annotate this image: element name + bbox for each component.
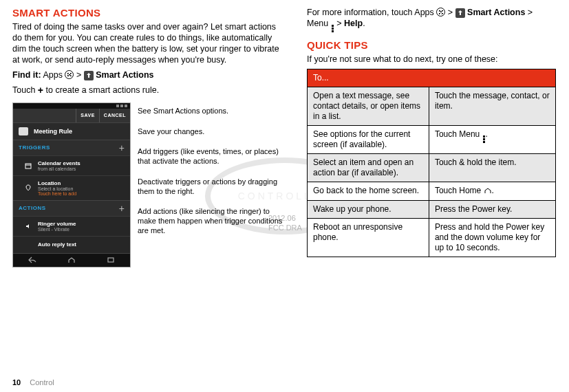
tips-table: To... Open a text message, see contact d… — [307, 69, 556, 257]
touch-suffix: to create a smart actions rule. — [46, 85, 160, 95]
rule-icon — [19, 127, 28, 135]
find-it-apps-text: Apps — [43, 70, 63, 80]
tip-action: Select an item and open an action bar (i… — [308, 154, 429, 182]
gt-1: > — [76, 70, 81, 80]
svg-rect-0 — [25, 164, 31, 168]
tip-action: Go back to the home screen. — [308, 182, 429, 201]
location-icon — [24, 184, 32, 192]
trigger-row[interactable]: Location Select a location Touch here to… — [13, 175, 130, 200]
tip-how: Touch Menu . — [429, 126, 555, 154]
actions-header: ACTIONS + — [13, 200, 130, 216]
table-row: Select an item and open an action bar (i… — [308, 154, 556, 182]
table-row: Go back to the home screen. Touch Home . — [308, 182, 556, 201]
svg-rect-2 — [108, 258, 114, 262]
action-main: Ringer volume — [38, 221, 76, 227]
action-row[interactable]: Ringer volume Silent - Vibrate — [13, 216, 130, 236]
title-bar: SAVE CANCEL — [13, 109, 130, 122]
tip-how: Press and hold the Power key and the dow… — [429, 219, 555, 257]
cancel-button[interactable]: CANCEL — [99, 109, 130, 122]
quick-tips-heading: Quick tips — [307, 39, 556, 51]
action-sub: Silent - Vibrate — [38, 227, 76, 232]
add-trigger-button[interactable]: + — [119, 143, 125, 153]
page-number: 10 — [12, 378, 21, 386]
smart-actions-heading: Smart actions — [12, 7, 288, 19]
period: . — [363, 19, 365, 28]
callout-deactivate: Deactivate triggers or actions by draggi… — [138, 177, 288, 197]
trigger-sub: Select a location — [38, 186, 76, 191]
table-row: Open a text message, see contact details… — [308, 87, 556, 126]
more-info-help: Help — [344, 19, 363, 28]
tip-action: See options for the current screen (if a… — [308, 126, 429, 154]
smart-actions-intro: Tired of doing the same tasks over and o… — [12, 21, 288, 65]
tip-action: Open a text message, see contact details… — [308, 87, 429, 126]
home-nav-icon[interactable] — [66, 256, 77, 264]
recent-nav-icon[interactable] — [105, 256, 116, 264]
quick-tips-intro: If you're not sure what to do next, try … — [307, 54, 556, 65]
tip-how: Touch Home . — [429, 182, 555, 201]
trigger-main: Location — [38, 180, 76, 186]
tip-how: Press the Power key. — [429, 201, 555, 219]
touch-plus-line: Touch + to create a smart actions rule. — [12, 85, 288, 97]
rule-name: Meeting Rule — [34, 128, 72, 135]
smart-actions-app-label: Smart Actions — [96, 70, 153, 80]
callout-options: See Smart Actions options. — [138, 107, 288, 116]
back-nav-icon[interactable] — [27, 256, 38, 264]
trigger-sub: from all calendars — [38, 166, 80, 171]
page-footer: 10 Control — [12, 378, 54, 386]
plus-icon: + — [38, 85, 43, 96]
more-info-line: For more information, touch Apps > Smart… — [307, 7, 556, 32]
callout-save: Save your changes. — [138, 127, 288, 137]
triggers-header: TRIGGERS + — [13, 140, 130, 155]
actions-label: ACTIONS — [19, 205, 46, 211]
triggers-label: TRIGGERS — [19, 144, 50, 151]
more-info-prefix: For more information, touch Apps — [307, 8, 434, 17]
section-name: Control — [30, 378, 54, 386]
gt-2: > — [448, 8, 453, 17]
rule-name-row[interactable]: Meeting Rule — [13, 122, 130, 140]
table-row: Wake up your phone. Press the Power key. — [308, 201, 556, 219]
apps-icon — [436, 8, 445, 17]
trigger-main: Calendar events — [38, 160, 80, 166]
ringer-icon — [24, 222, 32, 230]
table-header: To... — [308, 69, 556, 87]
tip-how: Touch & hold the item. — [429, 154, 555, 182]
trigger-row[interactable]: Calendar events from all calendars — [13, 155, 130, 175]
smart-actions-app-icon — [84, 71, 94, 80]
table-row: See options for the current screen (if a… — [308, 126, 556, 154]
find-it-line: Find it: Apps > Smart Actions — [12, 69, 288, 80]
calendar-icon — [24, 162, 32, 170]
action-row[interactable]: Auto reply text — [13, 236, 130, 253]
tip-action: Wake up your phone. — [308, 201, 429, 219]
action-main: Auto reply text — [38, 241, 76, 248]
home-icon — [484, 186, 492, 197]
menu-icon — [331, 25, 334, 32]
find-it-label: Find it: — [12, 70, 41, 80]
callouts: See Smart Actions options. Save your cha… — [138, 102, 288, 268]
add-action-button[interactable]: + — [119, 204, 125, 213]
nav-bar — [13, 253, 130, 267]
table-row: Reboot an unresponsive phone. Press and … — [308, 219, 556, 257]
gt-3: > — [336, 19, 341, 28]
callout-add-triggers: Add triggers (like events, times, or pla… — [138, 147, 288, 166]
reply-icon — [24, 241, 32, 249]
trigger-sub2: Touch here to add — [38, 191, 76, 196]
apps-icon — [65, 70, 74, 79]
touch-prefix: Touch — [12, 85, 35, 95]
save-button[interactable]: SAVE — [76, 109, 99, 122]
smart-actions-app-icon — [455, 8, 465, 18]
more-info-app: Smart Actions — [467, 8, 525, 17]
callout-add-actions: Add actions (like silencing the ringer) … — [138, 207, 288, 235]
tip-how: Touch the message, contact, or item. — [429, 87, 555, 126]
tip-action: Reboot an unresponsive phone. — [308, 219, 429, 257]
status-bar — [13, 103, 130, 109]
phone-screenshot: SAVE CANCEL Meeting Rule TRIGGERS + Cale… — [12, 102, 131, 268]
